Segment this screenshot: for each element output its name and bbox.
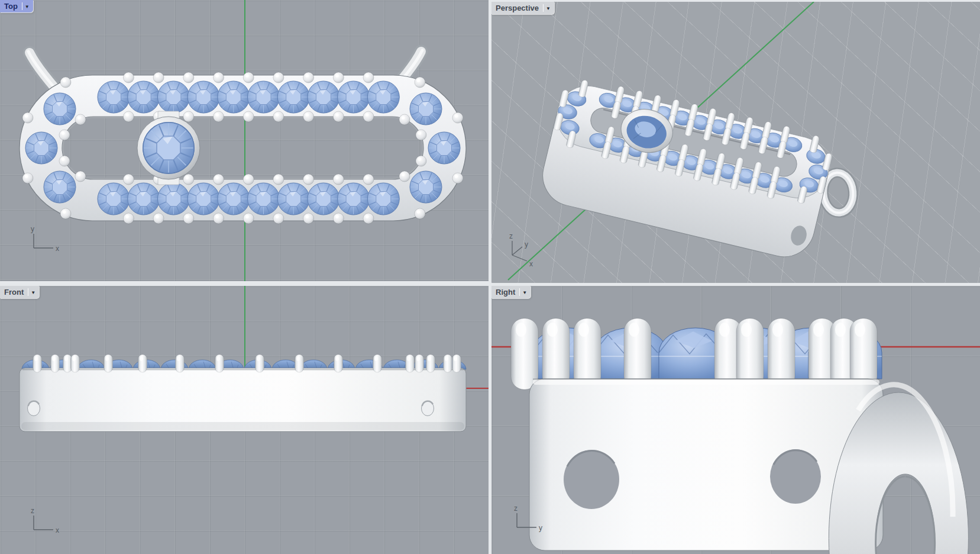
viewport-menu-caret-icon[interactable]: ▼ [31, 291, 35, 295]
viewport-menu-caret-icon[interactable]: ▼ [546, 7, 551, 11]
viewport-title-label: Front [4, 288, 24, 297]
viewport-title-front[interactable]: Front ▼ [0, 286, 39, 298]
viewport-title-top[interactable]: Top ▼ [0, 0, 33, 12]
viewport-title-right[interactable]: Right ▼ [491, 286, 531, 298]
bottom-shade [21, 422, 464, 430]
center-gem [143, 123, 194, 173]
viewport-title-perspective[interactable]: Perspective ▼ [491, 2, 554, 14]
label-separator [543, 4, 544, 12]
label-separator [519, 288, 520, 296]
band-inner-rim [63, 118, 423, 179]
cplane-axis-indicator [34, 516, 53, 530]
axis-label: z [514, 504, 518, 513]
right-view-canvas[interactable]: z y [491, 286, 980, 554]
viewport-splitter-horizontal[interactable] [0, 283, 980, 286]
axis-label: x [56, 244, 59, 253]
axis-label: y [31, 225, 34, 233]
front-view-canvas[interactable]: z x [0, 286, 489, 554]
pendant-model-top-view[interactable] [20, 50, 466, 224]
cord-hole [28, 401, 40, 416]
pendant-model-right-view[interactable] [511, 318, 968, 554]
top-lip [533, 379, 879, 385]
viewport-right[interactable]: z y Right ▼ [491, 286, 980, 554]
label-separator [22, 2, 22, 10]
axis-label: x [529, 260, 533, 268]
viewport-splitter-vertical[interactable] [489, 0, 491, 554]
pendant-body [20, 368, 466, 431]
viewport-title-label: Perspective [496, 4, 539, 12]
pendant-model-front-view[interactable] [20, 355, 466, 431]
top-view-canvas[interactable]: y x [0, 0, 489, 281]
perspective-view-canvas[interactable]: z y x [491, 2, 980, 283]
viewport-front[interactable]: z x Front ▼ [0, 286, 489, 554]
cplane-axis-indicator [34, 234, 53, 248]
cord-hole [770, 449, 821, 504]
cad-workspace: y x Top ▼ [0, 0, 980, 554]
axis-label: y [525, 240, 528, 249]
viewport-title-label: Top [4, 2, 18, 11]
cord-hole [564, 450, 619, 509]
viewport-top[interactable]: y x Top ▼ [0, 0, 489, 281]
viewport-menu-caret-icon[interactable]: ▼ [522, 291, 527, 295]
viewport-perspective[interactable]: z y x Perspective ▼ [491, 2, 980, 283]
label-separator [28, 288, 28, 296]
axis-label: z [31, 507, 34, 515]
axis-label: z [509, 232, 513, 240]
viewport-menu-caret-icon[interactable]: ▼ [25, 5, 30, 9]
axis-label: y [539, 524, 542, 532]
viewport-title-label: Right [496, 288, 515, 297]
cord-hole [422, 401, 434, 416]
axis-label: x [56, 526, 59, 534]
